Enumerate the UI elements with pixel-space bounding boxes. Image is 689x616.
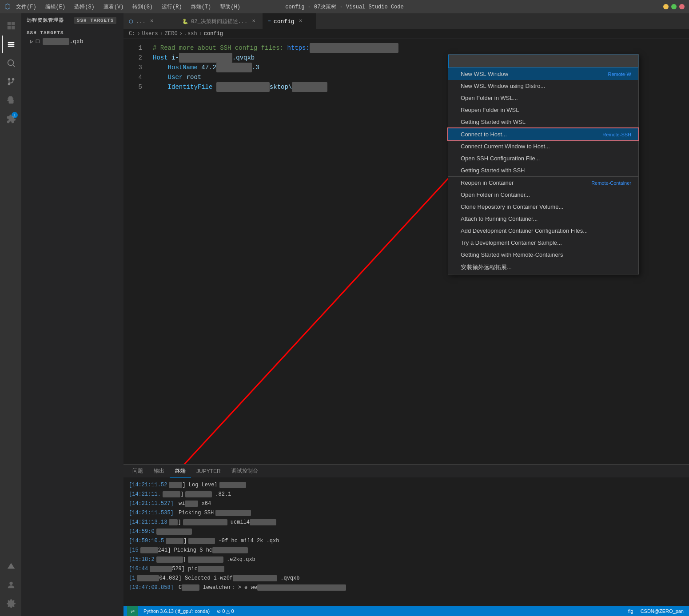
tab-close-1[interactable]: ×	[250, 18, 257, 25]
sidebar-item-host[interactable]: ▷ □ .qxb	[21, 37, 123, 46]
terminal-line-12: [19:47:09.858] C lewatcher: > e we	[129, 583, 684, 592]
menu-goto[interactable]: 转到(G)	[131, 2, 155, 12]
terminal-line-4: [14:21:11.535] Picking SSH	[129, 509, 684, 517]
breadcrumb: C: › Users › ZERO › .ssh › config	[123, 29, 689, 39]
tab-icon-1: 🐍	[182, 19, 188, 24]
terminal-line-1: [14:21:11.52 ] Log Level	[129, 481, 684, 489]
editor-area: ⬡ ... × 🐍 02_决策树问题描述... × ≡ config × C: …	[123, 13, 689, 616]
menu-view[interactable]: 查看(V)	[102, 2, 126, 12]
tab-0[interactable]: ⬡ ... ×	[123, 13, 177, 29]
status-python[interactable]: Python 3.6.13 ('tf_gpu': conda)	[142, 608, 211, 614]
dropdown-add-dev-container[interactable]: Add Development Container Configuration …	[448, 225, 638, 237]
panel-tab-terminal[interactable]: 终端	[170, 465, 191, 478]
title-bar: ⬡ 文件(F) 编辑(E) 选择(S) 查看(V) 转到(G) 运行(R) 终端…	[0, 0, 689, 13]
title-bar-left: ⬡ 文件(F) 编辑(E) 选择(S) 查看(V) 转到(G) 运行(R) 终端…	[4, 2, 242, 12]
dropdown-open-folder-container[interactable]: Open Folder in Container...	[448, 189, 638, 201]
svg-line-4	[13, 65, 15, 67]
dropdown-attach-running[interactable]: Attach to Running Container...	[448, 213, 638, 225]
menu-edit[interactable]: 编辑(E)	[44, 2, 68, 12]
activity-account[interactable]	[2, 576, 20, 594]
panel-tabs: 问题 输出 终端 JUPYTER 调试控制台	[123, 465, 689, 478]
activity-source-control[interactable]	[2, 73, 20, 91]
terminal-line-8: [15 241] Picking S hc	[129, 546, 684, 555]
command-search-bar[interactable]	[448, 55, 638, 68]
dropdown-getting-started-ssh[interactable]: Getting Started with SSH	[448, 164, 638, 177]
maximize-button[interactable]	[671, 4, 677, 9]
minimize-button[interactable]	[663, 4, 669, 9]
panel-tab-jupyter[interactable]: JUPYTER	[191, 465, 226, 478]
tab-icon-config: ≡	[268, 19, 271, 24]
svg-point-6	[12, 78, 15, 81]
status-bar-left: ⇌ Python 3.6.13 ('tf_gpu': conda) ⊘ 0 △ …	[127, 606, 236, 616]
window-title: config - 07决策树 - Visual Studio Code	[285, 3, 403, 11]
menu-file[interactable]: 文件(F)	[14, 2, 38, 12]
menu-select[interactable]: 选择(S)	[72, 2, 96, 12]
menu-terminal[interactable]: 终端(T)	[189, 2, 213, 12]
dropdown-open-ssh-config[interactable]: Open SSH Configuration File...	[448, 152, 638, 164]
panel-tab-problems[interactable]: 问题	[127, 465, 148, 478]
dropdown-install-remote-ext[interactable]: 安装额外远程拓展...	[448, 261, 638, 274]
panel-tab-debug[interactable]: 调试控制台	[226, 465, 263, 478]
terminal-line-6: [14:59:0	[129, 527, 684, 536]
dropdown-getting-started-wsl[interactable]: Getting Started with WSL	[448, 116, 638, 128]
activity-search[interactable]	[2, 54, 20, 72]
tab-icon-0: ⬡	[129, 19, 133, 24]
dropdown-menu: New WSL Window Remote-W New WSL Window u…	[448, 54, 639, 274]
tab-label-1: 02_决策树问题描述...	[191, 18, 247, 25]
dropdown-connect-host[interactable]: Connect to Host... Remote-SSH	[448, 128, 638, 140]
about-text: about	[198, 43, 216, 53]
activity-remote[interactable]	[2, 36, 20, 53]
editor-content: 1 2 3 4 5 # Read more about SSH config f…	[123, 39, 689, 464]
status-remote[interactable]: ⇌	[127, 606, 138, 616]
dropdown-connect-current-window[interactable]: Connect Current Window to Host...	[448, 140, 638, 152]
status-errors[interactable]: ⊘ 0 △ 0	[215, 608, 235, 614]
status-bar: ⇌ Python 3.6.13 ('tf_gpu': conda) ⊘ 0 △ …	[123, 606, 689, 616]
close-button[interactable]	[679, 4, 685, 9]
sidebar-ssh-targets-header: SSH TARGETS	[21, 29, 123, 37]
svg-point-3	[8, 60, 14, 66]
sidebar-header: 远程资源管理器 SSH Targets	[21, 13, 123, 27]
dropdown-reopen-container[interactable]: Reopen in Container Remote-Container	[448, 177, 638, 189]
terminal-content[interactable]: [14:21:11.52 ] Log Level [14:21:11. ] .8…	[123, 478, 689, 606]
sidebar-section: SSH TARGETS ▷ □ .qxb	[21, 27, 123, 48]
svg-rect-2	[8, 46, 15, 47]
title-bar-controls	[663, 4, 685, 9]
command-search-input[interactable]	[449, 58, 638, 65]
status-fig[interactable]: fig	[626, 608, 635, 614]
activity-explorer[interactable]	[2, 17, 20, 35]
svg-point-5	[8, 78, 11, 81]
terminal-line-7: [14:59:10.5 ] -0f hc mil4 2k .qxb	[129, 537, 684, 545]
terminal-line-2: [14:21:11. ] .82.1	[129, 490, 684, 499]
svg-rect-1	[8, 44, 15, 45]
activity-bar: 1	[0, 13, 21, 616]
tab-bar: ⬡ ... × 🐍 02_决策树问题描述... × ≡ config ×	[123, 13, 689, 29]
status-csdn[interactable]: CSDN@ZERO_pan	[639, 608, 685, 614]
title-bar-menus: 文件(F) 编辑(E) 选择(S) 查看(V) 转到(G) 运行(R) 终端(T…	[14, 2, 242, 12]
panel-tab-output[interactable]: 输出	[148, 465, 170, 478]
menu-run[interactable]: 运行(R)	[160, 2, 184, 12]
activity-extensions[interactable]: 1	[2, 110, 20, 128]
activity-remote-indicator[interactable]	[2, 557, 20, 575]
activity-debug[interactable]	[2, 91, 20, 109]
dropdown-new-wsl-window[interactable]: New WSL Window Remote-W	[448, 68, 638, 80]
activity-settings[interactable]	[2, 595, 20, 612]
terminal-panel: 问题 输出 终端 JUPYTER 调试控制台 [14:21:11.52 ] Lo…	[123, 464, 689, 606]
tab-1[interactable]: 🐍 02_决策树问题描述... ×	[177, 13, 263, 29]
dropdown-clone-repo[interactable]: Clone Repository in Container Volume...	[448, 201, 638, 213]
tab-close-0[interactable]: ×	[148, 18, 155, 25]
dropdown-new-wsl-distro[interactable]: New WSL Window using Distro...	[448, 80, 638, 92]
dropdown-open-folder-wsl[interactable]: Open Folder in WSL...	[448, 92, 638, 104]
svg-point-8	[9, 582, 12, 585]
sidebar: 远程资源管理器 SSH Targets SSH TARGETS ▷ □ .qxb	[21, 13, 123, 616]
svg-rect-0	[8, 42, 15, 44]
menu-help[interactable]: 帮助(H)	[218, 2, 242, 12]
code-line-1: # Read more about SSH config files: http…	[153, 43, 689, 53]
dropdown-getting-started-containers[interactable]: Getting Started with Remote-Containers	[448, 249, 638, 261]
tab-config[interactable]: ≡ config ×	[263, 13, 316, 29]
tab-close-config[interactable]: ×	[297, 18, 304, 25]
terminal-line-11: [1 04.032] Selected i-wz0f .qvqxb	[129, 574, 684, 583]
dropdown-reopen-folder-wsl[interactable]: Reopen Folder in WSL	[448, 104, 638, 116]
terminal-line-10: [16:44 529] pic	[129, 564, 684, 573]
dropdown-try-dev-container[interactable]: Try a Development Container Sample...	[448, 237, 638, 249]
status-bar-right: fig CSDN@ZERO_pan	[626, 608, 685, 614]
